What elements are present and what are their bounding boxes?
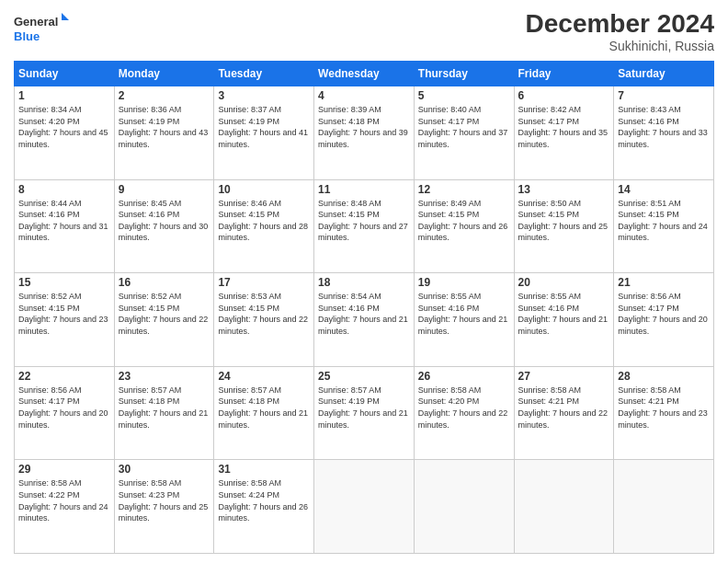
col-saturday: Saturday xyxy=(614,62,714,86)
table-row xyxy=(514,460,614,554)
table-row: 11Sunrise: 8:48 AMSunset: 4:15 PMDayligh… xyxy=(314,179,415,273)
week-row-3: 15Sunrise: 8:52 AMSunset: 4:15 PMDayligh… xyxy=(15,273,714,367)
table-row: 5Sunrise: 8:40 AMSunset: 4:17 PMDaylight… xyxy=(414,86,514,180)
calendar-container: General Blue December 2024 Sukhinichi, R… xyxy=(0,0,728,563)
table-row: 15Sunrise: 8:52 AMSunset: 4:15 PMDayligh… xyxy=(15,273,115,367)
table-row: 22Sunrise: 8:56 AMSunset: 4:17 PMDayligh… xyxy=(15,366,115,460)
table-row: 6Sunrise: 8:42 AMSunset: 4:17 PMDaylight… xyxy=(514,86,614,180)
table-row: 30Sunrise: 8:58 AMSunset: 4:23 PMDayligh… xyxy=(114,460,214,554)
svg-text:Blue: Blue xyxy=(14,29,40,43)
table-row: 8Sunrise: 8:44 AMSunset: 4:16 PMDaylight… xyxy=(15,179,115,273)
table-row: 25Sunrise: 8:57 AMSunset: 4:19 PMDayligh… xyxy=(314,366,415,460)
svg-marker-2 xyxy=(62,13,69,20)
table-row xyxy=(314,460,415,554)
table-row: 28Sunrise: 8:58 AMSunset: 4:21 PMDayligh… xyxy=(614,366,714,460)
table-row: 19Sunrise: 8:55 AMSunset: 4:16 PMDayligh… xyxy=(414,273,514,367)
table-row: 18Sunrise: 8:54 AMSunset: 4:16 PMDayligh… xyxy=(314,273,415,367)
col-friday: Friday xyxy=(514,62,614,86)
col-wednesday: Wednesday xyxy=(314,62,415,86)
table-row: 3Sunrise: 8:37 AMSunset: 4:19 PMDaylight… xyxy=(214,86,314,180)
header: General Blue December 2024 Sukhinichi, R… xyxy=(14,9,714,53)
week-row-5: 29Sunrise: 8:58 AMSunset: 4:22 PMDayligh… xyxy=(15,460,714,554)
table-row: 4Sunrise: 8:39 AMSunset: 4:18 PMDaylight… xyxy=(314,86,415,180)
table-row: 7Sunrise: 8:43 AMSunset: 4:16 PMDaylight… xyxy=(614,86,714,180)
table-row: 2Sunrise: 8:36 AMSunset: 4:19 PMDaylight… xyxy=(114,86,214,180)
week-row-1: 1Sunrise: 8:34 AMSunset: 4:20 PMDaylight… xyxy=(15,86,714,180)
table-row: 16Sunrise: 8:52 AMSunset: 4:15 PMDayligh… xyxy=(114,273,214,367)
location: Sukhinichi, Russia xyxy=(526,39,714,53)
logo: General Blue xyxy=(14,9,69,46)
calendar-table: Sunday Monday Tuesday Wednesday Thursday… xyxy=(14,61,714,554)
svg-text:General: General xyxy=(14,15,58,29)
table-row: 21Sunrise: 8:56 AMSunset: 4:17 PMDayligh… xyxy=(614,273,714,367)
table-row: 9Sunrise: 8:45 AMSunset: 4:16 PMDaylight… xyxy=(114,179,214,273)
table-row: 10Sunrise: 8:46 AMSunset: 4:15 PMDayligh… xyxy=(214,179,314,273)
calendar-body: 1Sunrise: 8:34 AMSunset: 4:20 PMDaylight… xyxy=(15,86,714,554)
title-block: December 2024 Sukhinichi, Russia xyxy=(526,9,714,53)
col-sunday: Sunday xyxy=(15,62,115,86)
month-title: December 2024 xyxy=(526,9,714,39)
table-row xyxy=(614,460,714,554)
table-row: 12Sunrise: 8:49 AMSunset: 4:15 PMDayligh… xyxy=(414,179,514,273)
week-row-4: 22Sunrise: 8:56 AMSunset: 4:17 PMDayligh… xyxy=(15,366,714,460)
table-row: 24Sunrise: 8:57 AMSunset: 4:18 PMDayligh… xyxy=(214,366,314,460)
header-row: Sunday Monday Tuesday Wednesday Thursday… xyxy=(15,62,714,86)
col-thursday: Thursday xyxy=(414,62,514,86)
col-monday: Monday xyxy=(114,62,214,86)
table-row: 31Sunrise: 8:58 AMSunset: 4:24 PMDayligh… xyxy=(214,460,314,554)
table-row: 1Sunrise: 8:34 AMSunset: 4:20 PMDaylight… xyxy=(15,86,115,180)
table-row: 14Sunrise: 8:51 AMSunset: 4:15 PMDayligh… xyxy=(614,179,714,273)
table-row: 17Sunrise: 8:53 AMSunset: 4:15 PMDayligh… xyxy=(214,273,314,367)
table-row: 27Sunrise: 8:58 AMSunset: 4:21 PMDayligh… xyxy=(514,366,614,460)
table-row xyxy=(414,460,514,554)
table-row: 20Sunrise: 8:55 AMSunset: 4:16 PMDayligh… xyxy=(514,273,614,367)
col-tuesday: Tuesday xyxy=(214,62,314,86)
table-row: 26Sunrise: 8:58 AMSunset: 4:20 PMDayligh… xyxy=(414,366,514,460)
table-row: 23Sunrise: 8:57 AMSunset: 4:18 PMDayligh… xyxy=(114,366,214,460)
week-row-2: 8Sunrise: 8:44 AMSunset: 4:16 PMDaylight… xyxy=(15,179,714,273)
logo-svg: General Blue xyxy=(14,9,69,46)
table-row: 13Sunrise: 8:50 AMSunset: 4:15 PMDayligh… xyxy=(514,179,614,273)
table-row: 29Sunrise: 8:58 AMSunset: 4:22 PMDayligh… xyxy=(15,460,115,554)
